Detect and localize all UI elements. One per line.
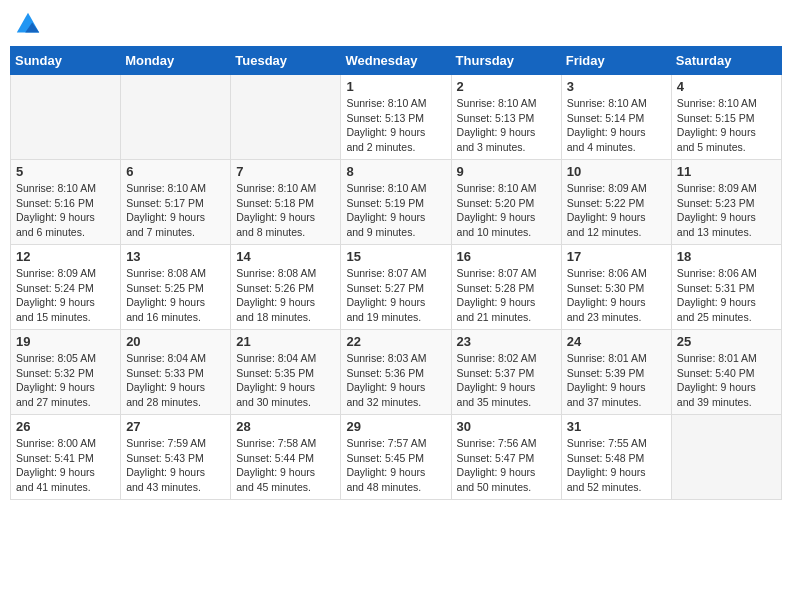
day-number: 27 (126, 419, 225, 434)
day-cell-14: 14Sunrise: 8:08 AM Sunset: 5:26 PM Dayli… (231, 245, 341, 330)
day-number: 14 (236, 249, 335, 264)
week-row-2: 5Sunrise: 8:10 AM Sunset: 5:16 PM Daylig… (11, 160, 782, 245)
day-cell-9: 9Sunrise: 8:10 AM Sunset: 5:20 PM Daylig… (451, 160, 561, 245)
day-info: Sunrise: 8:10 AM Sunset: 5:15 PM Dayligh… (677, 96, 776, 155)
day-cell-18: 18Sunrise: 8:06 AM Sunset: 5:31 PM Dayli… (671, 245, 781, 330)
weekday-header-row: SundayMondayTuesdayWednesdayThursdayFrid… (11, 47, 782, 75)
day-cell-27: 27Sunrise: 7:59 AM Sunset: 5:43 PM Dayli… (121, 415, 231, 500)
day-info: Sunrise: 8:09 AM Sunset: 5:24 PM Dayligh… (16, 266, 115, 325)
day-number: 28 (236, 419, 335, 434)
day-info: Sunrise: 8:10 AM Sunset: 5:13 PM Dayligh… (346, 96, 445, 155)
day-cell-29: 29Sunrise: 7:57 AM Sunset: 5:45 PM Dayli… (341, 415, 451, 500)
weekday-header-sunday: Sunday (11, 47, 121, 75)
day-number: 29 (346, 419, 445, 434)
day-info: Sunrise: 8:10 AM Sunset: 5:18 PM Dayligh… (236, 181, 335, 240)
day-number: 7 (236, 164, 335, 179)
day-info: Sunrise: 8:10 AM Sunset: 5:13 PM Dayligh… (457, 96, 556, 155)
week-row-3: 12Sunrise: 8:09 AM Sunset: 5:24 PM Dayli… (11, 245, 782, 330)
day-cell-17: 17Sunrise: 8:06 AM Sunset: 5:30 PM Dayli… (561, 245, 671, 330)
day-info: Sunrise: 8:09 AM Sunset: 5:23 PM Dayligh… (677, 181, 776, 240)
day-number: 9 (457, 164, 556, 179)
day-cell-11: 11Sunrise: 8:09 AM Sunset: 5:23 PM Dayli… (671, 160, 781, 245)
day-info: Sunrise: 8:10 AM Sunset: 5:17 PM Dayligh… (126, 181, 225, 240)
day-info: Sunrise: 7:58 AM Sunset: 5:44 PM Dayligh… (236, 436, 335, 495)
day-info: Sunrise: 8:01 AM Sunset: 5:39 PM Dayligh… (567, 351, 666, 410)
day-info: Sunrise: 8:04 AM Sunset: 5:33 PM Dayligh… (126, 351, 225, 410)
day-info: Sunrise: 7:56 AM Sunset: 5:47 PM Dayligh… (457, 436, 556, 495)
day-cell-25: 25Sunrise: 8:01 AM Sunset: 5:40 PM Dayli… (671, 330, 781, 415)
day-info: Sunrise: 8:09 AM Sunset: 5:22 PM Dayligh… (567, 181, 666, 240)
day-number: 20 (126, 334, 225, 349)
day-info: Sunrise: 8:04 AM Sunset: 5:35 PM Dayligh… (236, 351, 335, 410)
day-info: Sunrise: 8:10 AM Sunset: 5:20 PM Dayligh… (457, 181, 556, 240)
weekday-header-wednesday: Wednesday (341, 47, 451, 75)
day-info: Sunrise: 8:02 AM Sunset: 5:37 PM Dayligh… (457, 351, 556, 410)
day-number: 24 (567, 334, 666, 349)
day-cell-20: 20Sunrise: 8:04 AM Sunset: 5:33 PM Dayli… (121, 330, 231, 415)
day-info: Sunrise: 8:00 AM Sunset: 5:41 PM Dayligh… (16, 436, 115, 495)
day-number: 4 (677, 79, 776, 94)
calendar-table: SundayMondayTuesdayWednesdayThursdayFrid… (10, 46, 782, 500)
day-info: Sunrise: 8:10 AM Sunset: 5:14 PM Dayligh… (567, 96, 666, 155)
day-info: Sunrise: 8:10 AM Sunset: 5:19 PM Dayligh… (346, 181, 445, 240)
weekday-header-thursday: Thursday (451, 47, 561, 75)
logo-icon (14, 10, 42, 38)
weekday-header-monday: Monday (121, 47, 231, 75)
day-info: Sunrise: 8:06 AM Sunset: 5:31 PM Dayligh… (677, 266, 776, 325)
day-number: 13 (126, 249, 225, 264)
day-number: 22 (346, 334, 445, 349)
day-cell-26: 26Sunrise: 8:00 AM Sunset: 5:41 PM Dayli… (11, 415, 121, 500)
day-info: Sunrise: 8:05 AM Sunset: 5:32 PM Dayligh… (16, 351, 115, 410)
day-number: 1 (346, 79, 445, 94)
day-cell-31: 31Sunrise: 7:55 AM Sunset: 5:48 PM Dayli… (561, 415, 671, 500)
weekday-header-saturday: Saturday (671, 47, 781, 75)
day-number: 23 (457, 334, 556, 349)
day-cell-19: 19Sunrise: 8:05 AM Sunset: 5:32 PM Dayli… (11, 330, 121, 415)
week-row-4: 19Sunrise: 8:05 AM Sunset: 5:32 PM Dayli… (11, 330, 782, 415)
day-cell-10: 10Sunrise: 8:09 AM Sunset: 5:22 PM Dayli… (561, 160, 671, 245)
day-number: 31 (567, 419, 666, 434)
week-row-5: 26Sunrise: 8:00 AM Sunset: 5:41 PM Dayli… (11, 415, 782, 500)
day-info: Sunrise: 7:57 AM Sunset: 5:45 PM Dayligh… (346, 436, 445, 495)
day-cell-16: 16Sunrise: 8:07 AM Sunset: 5:28 PM Dayli… (451, 245, 561, 330)
day-number: 26 (16, 419, 115, 434)
day-number: 5 (16, 164, 115, 179)
empty-cell (121, 75, 231, 160)
day-cell-13: 13Sunrise: 8:08 AM Sunset: 5:25 PM Dayli… (121, 245, 231, 330)
empty-cell (671, 415, 781, 500)
day-info: Sunrise: 8:06 AM Sunset: 5:30 PM Dayligh… (567, 266, 666, 325)
day-number: 8 (346, 164, 445, 179)
day-cell-22: 22Sunrise: 8:03 AM Sunset: 5:36 PM Dayli… (341, 330, 451, 415)
day-number: 10 (567, 164, 666, 179)
empty-cell (11, 75, 121, 160)
day-cell-1: 1Sunrise: 8:10 AM Sunset: 5:13 PM Daylig… (341, 75, 451, 160)
day-number: 21 (236, 334, 335, 349)
day-info: Sunrise: 7:55 AM Sunset: 5:48 PM Dayligh… (567, 436, 666, 495)
day-cell-3: 3Sunrise: 8:10 AM Sunset: 5:14 PM Daylig… (561, 75, 671, 160)
day-info: Sunrise: 8:08 AM Sunset: 5:25 PM Dayligh… (126, 266, 225, 325)
day-info: Sunrise: 7:59 AM Sunset: 5:43 PM Dayligh… (126, 436, 225, 495)
day-number: 19 (16, 334, 115, 349)
week-row-1: 1Sunrise: 8:10 AM Sunset: 5:13 PM Daylig… (11, 75, 782, 160)
day-number: 16 (457, 249, 556, 264)
day-cell-6: 6Sunrise: 8:10 AM Sunset: 5:17 PM Daylig… (121, 160, 231, 245)
day-number: 3 (567, 79, 666, 94)
day-cell-30: 30Sunrise: 7:56 AM Sunset: 5:47 PM Dayli… (451, 415, 561, 500)
day-info: Sunrise: 8:07 AM Sunset: 5:27 PM Dayligh… (346, 266, 445, 325)
day-number: 2 (457, 79, 556, 94)
day-cell-24: 24Sunrise: 8:01 AM Sunset: 5:39 PM Dayli… (561, 330, 671, 415)
day-number: 12 (16, 249, 115, 264)
day-info: Sunrise: 8:07 AM Sunset: 5:28 PM Dayligh… (457, 266, 556, 325)
day-cell-12: 12Sunrise: 8:09 AM Sunset: 5:24 PM Dayli… (11, 245, 121, 330)
day-cell-7: 7Sunrise: 8:10 AM Sunset: 5:18 PM Daylig… (231, 160, 341, 245)
day-cell-5: 5Sunrise: 8:10 AM Sunset: 5:16 PM Daylig… (11, 160, 121, 245)
weekday-header-tuesday: Tuesday (231, 47, 341, 75)
day-info: Sunrise: 8:08 AM Sunset: 5:26 PM Dayligh… (236, 266, 335, 325)
day-info: Sunrise: 8:03 AM Sunset: 5:36 PM Dayligh… (346, 351, 445, 410)
day-info: Sunrise: 8:01 AM Sunset: 5:40 PM Dayligh… (677, 351, 776, 410)
day-cell-28: 28Sunrise: 7:58 AM Sunset: 5:44 PM Dayli… (231, 415, 341, 500)
day-number: 17 (567, 249, 666, 264)
weekday-header-friday: Friday (561, 47, 671, 75)
page-header (10, 10, 782, 38)
day-number: 25 (677, 334, 776, 349)
